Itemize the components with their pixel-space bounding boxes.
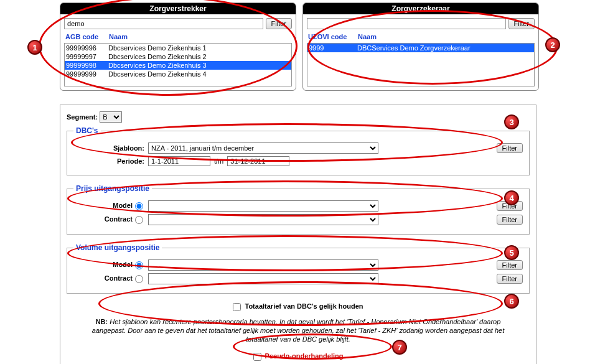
periode-sep: t/m	[210, 157, 227, 165]
sjabloon-filter-button[interactable]: Filter	[497, 143, 523, 153]
zorgverstrekker-filter-button[interactable]: Filter	[266, 18, 292, 29]
zorgverzekeraar-title: Zorgverzekeraar	[303, 3, 538, 14]
volume-contract-filter-button[interactable]: Filter	[497, 274, 523, 284]
zorgverzekeraar-filter-button[interactable]: Filter	[508, 18, 535, 29]
annotation-badge-3: 3	[504, 114, 519, 129]
zorgverzekeraar-list[interactable]: 9999DBCServices Demo Zorgverzekeraar	[307, 43, 535, 86]
volume-contract-select[interactable]	[148, 273, 378, 284]
volume-contract-label: Contract	[105, 274, 133, 282]
volume-model-label: Model	[113, 261, 133, 268]
prijs-contract-radio[interactable]	[135, 216, 143, 224]
sjabloon-label: Sjabloon:	[73, 144, 148, 152]
main-form: Segment: B DBC's Sjabloon: NZA - 2011, j…	[60, 105, 536, 364]
col-agb-code: AGB code	[65, 33, 109, 40]
prijs-legend: Prijs uitgangspositie	[73, 184, 152, 193]
periode-to-input[interactable]	[227, 156, 289, 166]
pseudo-checkbox[interactable]	[253, 353, 261, 361]
segment-label: Segment:	[67, 113, 98, 121]
annotation-badge-2: 2	[545, 37, 560, 52]
dbcs-legend: DBC's	[73, 126, 101, 135]
volume-fieldset: Volume uitgangspositie Model Filter Cont…	[67, 243, 530, 294]
col-naam-2: Naam	[358, 33, 377, 40]
volume-model-radio[interactable]	[135, 261, 143, 269]
zorgverstrekker-panel: Zorgverstrekker Filter AGB code Naam 999…	[60, 2, 296, 91]
zorgverstrekker-filter-input[interactable]	[64, 18, 263, 29]
periode-label: Periode:	[73, 157, 148, 165]
pseudo-checkbox-label[interactable]: Pseudo-onderhandeling	[253, 352, 344, 360]
prijs-contract-select[interactable]	[148, 214, 378, 225]
col-naam: Naam	[109, 33, 128, 40]
prijs-contract-filter-button[interactable]: Filter	[497, 215, 523, 225]
annotation-badge-1: 1	[27, 40, 42, 55]
zorgverstrekker-list[interactable]: 99999996Dbcservices Demo Ziekenhuis 1 99…	[64, 43, 292, 86]
volume-model-select[interactable]	[148, 259, 378, 271]
dbcs-fieldset: DBC's Sjabloon: NZA - 2011, januari t/m …	[67, 126, 530, 175]
prijs-model-label: Model	[113, 202, 133, 209]
nb-note: NB: Het sjabloon kan recentere poortersh…	[67, 315, 530, 347]
annotation-badge-6: 6	[504, 294, 519, 309]
periode-from-input[interactable]	[148, 156, 210, 166]
annotation-badge-5: 5	[504, 245, 519, 260]
annotation-badge-4: 4	[504, 190, 519, 205]
zorgverstrekker-title: Zorgverstrekker	[60, 3, 296, 14]
volume-contract-radio[interactable]	[135, 275, 143, 283]
totaaltarief-checkbox[interactable]	[233, 303, 241, 311]
zorgverzekeraar-panel: Zorgverzekeraar Filter UZOVI code Naam 9…	[302, 2, 539, 91]
prijs-fieldset: Prijs uitgangspositie Model Filter Contr…	[67, 184, 530, 235]
sjabloon-select[interactable]: NZA - 2011, januari t/m december	[148, 142, 378, 154]
volume-legend: Volume uitgangspositie	[73, 243, 162, 252]
col-uzovi-code: UZOVI code	[308, 33, 358, 40]
prijs-model-select[interactable]	[148, 200, 378, 212]
annotation-badge-7: 7	[392, 340, 407, 355]
prijs-model-radio[interactable]	[135, 202, 143, 210]
prijs-contract-label: Contract	[105, 215, 133, 223]
volume-model-filter-button[interactable]: Filter	[497, 260, 523, 270]
segment-select[interactable]: B	[100, 111, 122, 123]
totaaltarief-checkbox-label[interactable]: Totaaltarief van DBC's gelijk houden	[233, 302, 363, 310]
zorgverzekeraar-filter-input[interactable]	[307, 18, 506, 29]
